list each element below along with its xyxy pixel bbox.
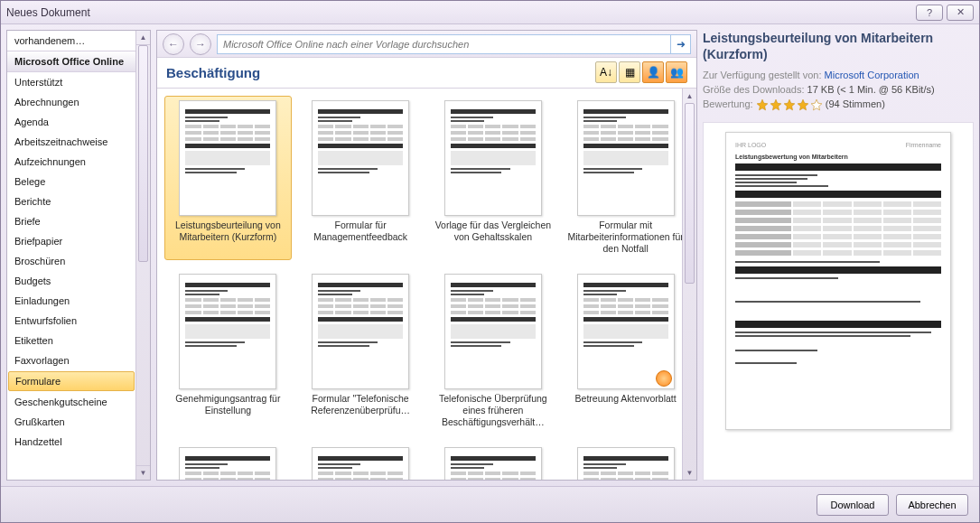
view-button[interactable]: ▦	[619, 61, 640, 83]
sidebar-item[interactable]: Agenda	[7, 112, 135, 132]
sidebar-item[interactable]: Geschenkgutscheine	[7, 392, 135, 412]
sidebar-item[interactable]: Broschüren	[7, 251, 135, 271]
user-icon: 👤	[647, 66, 660, 79]
template-item[interactable]: Vorlage für das Vergleichen von Gehaltss…	[430, 96, 557, 260]
sidebar-item[interactable]: vorhandenem…	[7, 31, 135, 51]
sidebar-item[interactable]: Belege	[7, 172, 135, 191]
sort-az-icon: A↓	[600, 66, 612, 79]
star-icon	[783, 98, 796, 111]
template-item[interactable]: Betreuung Aktenvorblatt	[562, 269, 689, 434]
scroll-down-icon[interactable]: ▼	[683, 465, 696, 480]
sidebar-item[interactable]: Briefe	[7, 211, 135, 231]
download-button[interactable]: Download	[817, 494, 889, 516]
category-sidebar: vorhandenem…Microsoft Office OnlineUnter…	[6, 30, 151, 481]
user-filter-2-button[interactable]: 👥	[666, 61, 687, 83]
star-icon	[770, 98, 782, 111]
preview-document: IHR LOGOFirmenname Leistungsbewertung vo…	[725, 132, 951, 430]
scroll-up-icon[interactable]: ▲	[683, 89, 696, 103]
sidebar-item[interactable]: Einladungen	[7, 291, 135, 311]
template-item[interactable]: Formular mit Mitarbeiterinformationen fü…	[562, 96, 689, 260]
sidebar-scrollbar[interactable]: ▲ ▼	[135, 31, 150, 480]
sidebar-item[interactable]: Briefpapier	[7, 231, 135, 251]
navbar: ← → ➜	[157, 31, 696, 58]
star-icon	[810, 98, 823, 111]
sidebar-item[interactable]: Etiketten	[7, 331, 135, 350]
dialog-footer: Download Abbrechen	[1, 486, 979, 522]
scroll-down-icon[interactable]: ▼	[136, 465, 150, 480]
sort-button[interactable]: A↓	[595, 61, 617, 83]
help-button[interactable]: ?	[916, 5, 943, 21]
sidebar-item[interactable]: Budgets	[7, 271, 135, 291]
cancel-button[interactable]: Abbrechen	[896, 494, 968, 516]
category-header: Beschäftigung A↓ ▦ 👤 👥	[157, 58, 696, 89]
template-item[interactable]	[562, 443, 689, 480]
template-item[interactable]	[164, 443, 292, 480]
template-item[interactable]	[430, 443, 557, 480]
template-item[interactable]: Telefonische Überprüfung eines früheren …	[430, 269, 557, 434]
template-item[interactable]: Formular für Managementfeedback	[297, 96, 425, 260]
search-go-button[interactable]: ➜	[670, 35, 690, 53]
rating-stars	[756, 98, 823, 111]
sidebar-item[interactable]: Unterstützt	[7, 72, 135, 92]
user-badge-icon	[656, 370, 672, 387]
category-title: Beschäftigung	[166, 65, 260, 80]
template-label: Leistungsbeurteilung von Mitarbeitern (K…	[169, 219, 286, 256]
titlebar: Neues Dokument ? ✕	[1, 1, 979, 24]
size-row: Größe des Downloads: 17 KB (< 1 Min. @ 5…	[703, 84, 974, 95]
user-icon: 👥	[670, 66, 684, 79]
sidebar-item[interactable]: Handzettel	[7, 432, 135, 452]
close-button[interactable]: ✕	[947, 5, 974, 21]
template-label: Telefonische Überprüfung eines früheren …	[434, 393, 552, 429]
template-browser: ← → ➜ Beschäftigung A↓ ▦ 👤 👥 Leistungsbe…	[156, 30, 697, 481]
sidebar-item[interactable]: Abrechnungen	[7, 92, 135, 112]
template-item[interactable]	[297, 443, 425, 480]
new-document-dialog: Neues Dokument ? ✕ vorhandenem…Microsoft…	[0, 0, 980, 523]
provider-link[interactable]: Microsoft Corporation	[825, 70, 919, 80]
back-button[interactable]: ←	[163, 33, 184, 55]
template-title: Leistungsbeurteilung von Mitarbeitern (K…	[703, 30, 974, 62]
sidebar-item[interactable]: Arbeitszeitnachweise	[7, 132, 135, 152]
template-label: Betreuung Aktenvorblatt	[575, 393, 677, 429]
template-gallery: Leistungsbeurteilung von Mitarbeitern (K…	[157, 89, 696, 480]
provider-row: Zur Verfügung gestellt von: Microsoft Co…	[703, 70, 974, 80]
search-input[interactable]	[218, 35, 670, 53]
sidebar-item[interactable]: Faxvorlagen	[7, 350, 135, 370]
template-label: Formular "Telefonische Referenzenüberprü…	[302, 393, 419, 429]
details-pane: Leistungsbeurteilung von Mitarbeitern (K…	[703, 30, 974, 481]
scroll-up-icon[interactable]: ▲	[136, 31, 150, 45]
scroll-thumb[interactable]	[138, 45, 148, 262]
template-label: Formular mit Mitarbeiterinformationen fü…	[567, 219, 685, 256]
sidebar-item[interactable]: Grußkarten	[7, 412, 135, 432]
sidebar-item[interactable]: Aufzeichnungen	[7, 152, 135, 172]
sidebar-item[interactable]: Microsoft Office Online	[7, 51, 135, 72]
gallery-scrollbar[interactable]: ▲ ▼	[682, 89, 696, 480]
star-icon	[797, 98, 809, 111]
sidebar-item[interactable]: Berichte	[7, 191, 135, 211]
template-label: Vorlage für das Vergleichen von Gehaltss…	[434, 219, 552, 256]
sidebar-item[interactable]: Formulare	[8, 371, 135, 391]
search-field-wrap: ➜	[217, 34, 691, 54]
scroll-thumb[interactable]	[685, 103, 695, 284]
template-item[interactable]: Formular "Telefonische Referenzenüberprü…	[297, 269, 425, 434]
template-item[interactable]: Genehmigungsantrag für Einstellung	[164, 269, 292, 434]
forward-button[interactable]: →	[190, 33, 211, 55]
template-item[interactable]: Leistungsbeurteilung von Mitarbeitern (K…	[164, 96, 292, 260]
preview-box: IHR LOGOFirmenname Leistungsbewertung vo…	[703, 122, 974, 481]
template-label: Genehmigungsantrag für Einstellung	[169, 393, 286, 429]
star-icon	[756, 98, 769, 111]
user-filter-1-button[interactable]: 👤	[642, 61, 664, 83]
sidebar-item[interactable]: Entwurfsfolien	[7, 311, 135, 331]
grid-icon: ▦	[625, 66, 635, 79]
rating-row: Bewertung: (94 Stimmen)	[703, 98, 974, 111]
template-label: Formular für Managementfeedback	[302, 219, 419, 256]
window-title: Neues Dokument	[6, 6, 90, 19]
